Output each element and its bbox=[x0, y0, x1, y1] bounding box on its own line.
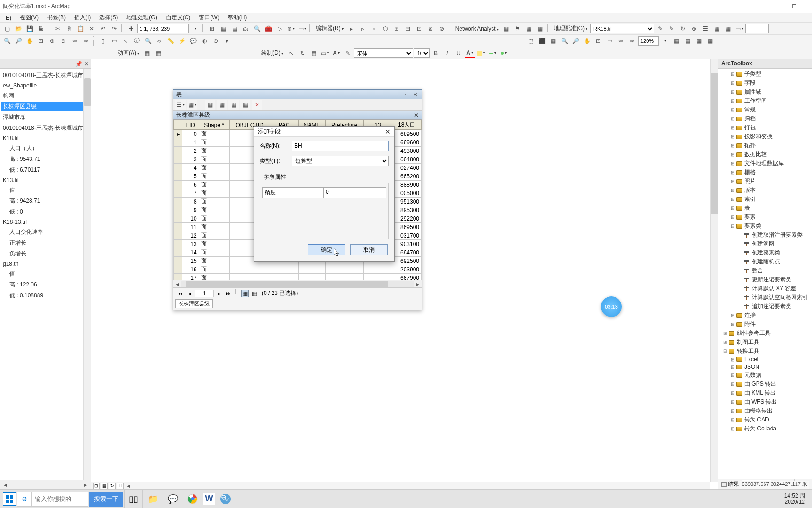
toolbox-icon[interactable]: 🧰 bbox=[263, 24, 273, 34]
field-name-input[interactable] bbox=[292, 141, 389, 151]
delete-selected-icon[interactable]: ✕ bbox=[252, 100, 262, 110]
search-icon[interactable]: 🔍 bbox=[252, 24, 262, 34]
expand-icon[interactable]: ⊞ bbox=[730, 143, 735, 148]
layout-tool-icon[interactable]: ✋ bbox=[582, 36, 592, 46]
menu-geoprocessing[interactable]: 地理处理(G) bbox=[123, 13, 161, 23]
tree-node[interactable]: ⊞数据比较 bbox=[719, 150, 811, 159]
tree-node[interactable]: 计算默认 XY 容差 bbox=[719, 284, 811, 293]
na-tool-icon[interactable]: ⚑ bbox=[513, 24, 523, 34]
toc-item[interactable]: 高 : 122.06 bbox=[1, 280, 90, 290]
forward-icon[interactable]: ⇨ bbox=[81, 36, 91, 46]
layout-tool-icon[interactable]: ▦ bbox=[705, 36, 715, 46]
measure-icon[interactable]: 📏 bbox=[165, 36, 176, 46]
layout-zoom-input[interactable] bbox=[638, 36, 659, 46]
zoom-out-icon[interactable]: 🔎 bbox=[13, 36, 23, 46]
select-elements-icon[interactable]: ↖ bbox=[120, 36, 131, 46]
edit-tool-icon[interactable]: ▹ bbox=[358, 24, 368, 34]
expand-icon[interactable]: ⊞ bbox=[730, 89, 735, 95]
tree-node[interactable]: 创建渔网 bbox=[719, 239, 811, 248]
toc-item[interactable]: 值 bbox=[1, 269, 90, 279]
table-row[interactable]: 17面667900 bbox=[174, 274, 422, 280]
layout-tool-icon[interactable]: 🔎 bbox=[570, 36, 581, 46]
expand-icon[interactable]: ⊞ bbox=[730, 417, 735, 422]
expand-icon[interactable]: ⊞ bbox=[730, 322, 735, 327]
tool-icon[interactable]: ◐ bbox=[199, 36, 210, 46]
tree-node[interactable]: 整合 bbox=[719, 266, 811, 275]
find-icon[interactable]: 🔍 bbox=[143, 36, 153, 46]
menu-customize[interactable]: 自定义(C) bbox=[162, 13, 195, 23]
toc-item[interactable]: 人口变化速率 bbox=[1, 227, 90, 237]
editor-toolbar-icon[interactable]: ⊞ bbox=[207, 24, 217, 34]
expand-icon[interactable]: ⊞ bbox=[730, 197, 735, 202]
cancel-button[interactable]: 取消 bbox=[350, 244, 388, 255]
toc-item[interactable]: 负增长 bbox=[1, 249, 90, 259]
tree-node[interactable]: ⊞由 WFS 转出 bbox=[719, 397, 811, 406]
column-header[interactable]: FID bbox=[182, 120, 199, 130]
tree-node[interactable]: ⊞表 bbox=[719, 204, 811, 213]
tree-node[interactable]: ⊞常规 bbox=[719, 105, 811, 114]
tree-node[interactable]: ⊞版本 bbox=[719, 186, 811, 195]
anim-tool-icon[interactable]: ▦ bbox=[153, 48, 164, 58]
georef-tool-icon[interactable]: ☰ bbox=[700, 24, 710, 34]
layout-tool-icon[interactable]: ▦ bbox=[682, 36, 693, 46]
georef-menu[interactable]: 地理配准(G) bbox=[552, 24, 589, 32]
full-extent-icon[interactable]: ⊡ bbox=[36, 36, 46, 46]
georef-tool-icon[interactable]: ▭ bbox=[734, 24, 744, 34]
toc-item[interactable]: 长株潭区县级 bbox=[1, 102, 90, 111]
edit-tool-icon[interactable]: ⊠ bbox=[425, 24, 436, 34]
browser-icon[interactable]: e bbox=[17, 492, 32, 507]
georef-input[interactable] bbox=[745, 24, 769, 33]
georef-tool-icon[interactable]: ▦ bbox=[723, 24, 733, 34]
hyperlink-icon[interactable]: ⚡ bbox=[177, 36, 187, 46]
tree-node[interactable]: 计算默认空间格网索引 bbox=[719, 293, 811, 302]
fill-color-icon[interactable] bbox=[476, 48, 486, 58]
na-tool-icon[interactable]: ▦ bbox=[501, 24, 512, 34]
word-icon[interactable]: W bbox=[203, 493, 215, 505]
scroll-left-icon[interactable]: ◂ bbox=[173, 281, 181, 287]
canvas-vscroll[interactable] bbox=[710, 59, 718, 482]
tree-node[interactable]: ⊞工作空间 bbox=[719, 96, 811, 105]
toc-item[interactable]: ew_Shapefile bbox=[1, 81, 90, 90]
underline-button[interactable]: U bbox=[453, 48, 464, 58]
marker-color-icon[interactable] bbox=[499, 48, 509, 58]
expand-icon[interactable]: ⊟ bbox=[722, 349, 728, 354]
layout-zoom-dd[interactable] bbox=[660, 36, 670, 46]
tool-dropdown[interactable]: ⊕ bbox=[286, 24, 296, 34]
rotate-icon[interactable]: ↻ bbox=[297, 48, 308, 58]
scroll-right-icon[interactable]: ▸ bbox=[414, 281, 422, 287]
start-button[interactable] bbox=[3, 492, 16, 506]
catalog-icon[interactable]: 🗂 bbox=[241, 24, 251, 34]
layout-tool-icon[interactable]: ▦ bbox=[694, 36, 704, 46]
tree-node[interactable]: ⊞照片 bbox=[719, 177, 811, 186]
tree-node[interactable]: ⊞打包 bbox=[719, 123, 811, 132]
show-selected-icon[interactable]: ▦ bbox=[250, 290, 258, 297]
menu-selection[interactable]: 选择(S) bbox=[95, 13, 122, 23]
scroll-left-icon[interactable]: ◂ bbox=[2, 482, 8, 488]
show-all-icon[interactable]: ▦ bbox=[241, 290, 249, 297]
toc-item[interactable]: g18.tif bbox=[1, 260, 90, 268]
expand-icon[interactable]: ⊞ bbox=[730, 125, 735, 130]
rectangle-icon[interactable]: ▭ bbox=[320, 48, 330, 58]
expand-icon[interactable]: ⊞ bbox=[730, 373, 735, 378]
print-button[interactable]: 🖶 bbox=[36, 24, 46, 34]
tree-node[interactable]: 创建随机点 bbox=[719, 257, 811, 266]
edit-tool-icon[interactable]: ⊞ bbox=[391, 24, 402, 34]
fixed-zoom-out-icon[interactable]: ⊖ bbox=[58, 36, 69, 46]
tree-node[interactable]: ⊞栅格 bbox=[719, 168, 811, 177]
tree-node[interactable]: ⊞元数据 bbox=[719, 371, 811, 380]
menu-help[interactable]: 帮助(H) bbox=[224, 13, 251, 23]
na-tool-icon[interactable]: ▦ bbox=[535, 24, 546, 34]
tree-node[interactable]: ⊞制图工具 bbox=[719, 338, 811, 347]
identify-icon[interactable]: ⓘ bbox=[132, 36, 142, 46]
edit-tool-icon[interactable]: ◦ bbox=[369, 24, 379, 34]
expand-icon[interactable]: ⊞ bbox=[730, 399, 735, 405]
expand-icon[interactable]: ⊞ bbox=[730, 365, 735, 370]
draw-menu[interactable]: 绘制(D) bbox=[259, 49, 285, 57]
expand-icon[interactable]: ⊞ bbox=[730, 98, 735, 103]
tree-node[interactable]: ⊞子类型 bbox=[719, 70, 811, 79]
georef-tool-icon[interactable]: ▦ bbox=[711, 24, 722, 34]
redo-button[interactable]: ↷ bbox=[109, 24, 119, 34]
edit-tool-icon[interactable]: ⊘ bbox=[437, 24, 447, 34]
tree-node[interactable]: ⊞由栅格转出 bbox=[719, 406, 811, 415]
add-data-button[interactable]: ✚ bbox=[126, 24, 136, 34]
